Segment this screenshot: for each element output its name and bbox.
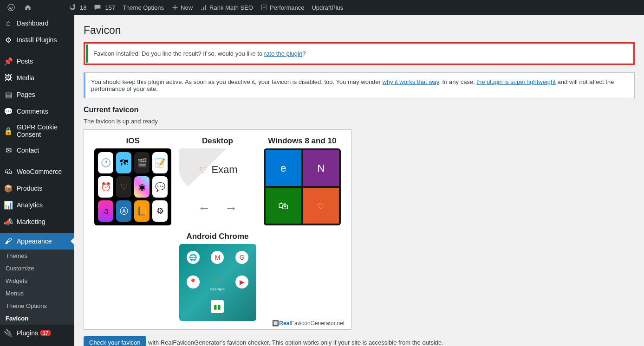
- sidebar-item-install-plugins[interactable]: ⚙Install Plugins: [0, 32, 74, 48]
- appearance-submenu: Themes Customize Widgets Menus Theme Opt…: [0, 250, 74, 325]
- preview-android: Android Chrome 🌐MG 📍Example▶ ▮▮: [176, 232, 260, 327]
- sidebar-item-woocommerce[interactable]: 🛍WooCommerce: [0, 163, 74, 180]
- updraft-link[interactable]: UpdraftPlus: [308, 0, 347, 15]
- box-icon: 📦: [4, 184, 13, 193]
- wp-logo[interactable]: [4, 0, 20, 15]
- rankmath-link[interactable]: Rank Math SEO: [196, 0, 257, 15]
- comment-icon: [94, 4, 101, 11]
- check-favicon-button[interactable]: Check your favicon: [84, 336, 146, 346]
- favicon-preview: iOS 🕐🗺🎬📝 ⏰◉💬 ♫Ⓐ📙⚙ Desktop Exam ←→ Window…: [84, 129, 351, 330]
- adminbar: 18 157 Theme Options New Rank Math SEO P…: [0, 0, 644, 15]
- gauge-icon: [260, 4, 268, 11]
- arrow-right-icon: →: [224, 201, 237, 216]
- sidebar-item-appearance[interactable]: 🖌Appearance: [0, 233, 74, 250]
- home-link[interactable]: [20, 0, 37, 15]
- home-icon: [24, 4, 32, 11]
- sidebar-item-mythemeshop[interactable]: ◐MyThemeShop: [0, 341, 74, 346]
- sidebar-item-products[interactable]: 📦Products: [0, 180, 74, 197]
- plus-icon: [171, 4, 179, 11]
- sidebar-item-analytics[interactable]: 📊Analytics: [0, 197, 74, 213]
- media-icon: 🖼: [4, 73, 13, 83]
- android-mockup: 🌐MG 📍Example▶ ▮▮: [179, 244, 256, 321]
- sidebar-item-dashboard[interactable]: ⌂Dashboard: [0, 15, 74, 32]
- windows-mockup: e N 🛍: [264, 148, 341, 225]
- performance-link[interactable]: Performance: [257, 0, 308, 15]
- check-section: Check your favicon with RealFaviconGener…: [84, 330, 635, 346]
- refresh-icon: [69, 4, 76, 11]
- chart-icon: [200, 4, 208, 11]
- updates-link[interactable]: 18: [65, 0, 90, 15]
- megaphone-icon: 📣: [4, 217, 13, 226]
- sidebar-item-plugins[interactable]: 🔌Plugins17: [0, 325, 74, 341]
- desktop-mockup: Exam ←→: [179, 148, 256, 225]
- sidebar-item-comments[interactable]: 💬Comments: [0, 103, 74, 120]
- preview-ios: iOS 🕐🗺🎬📝 ⏰◉💬 ♫Ⓐ📙⚙: [91, 136, 175, 232]
- submenu-theme-options[interactable]: Theme Options: [0, 300, 74, 312]
- sidebar-item-marketing[interactable]: 📣Marketing: [0, 213, 74, 230]
- preview-desktop: Desktop Exam ←→: [176, 136, 259, 232]
- comments-link[interactable]: 157: [90, 0, 119, 15]
- wordpress-icon: [7, 4, 15, 11]
- preview-windows: Windows 8 and 10 e N 🛍: [260, 136, 344, 232]
- current-favicon-heading: Current favicon: [84, 106, 635, 114]
- page-title: Favicon: [84, 24, 635, 37]
- sidebar-item-media[interactable]: 🖼Media: [0, 70, 74, 86]
- sidebar-item-gdpr[interactable]: 🔒GDPR Cookie Consent: [0, 120, 74, 142]
- gear-icon: ⚙: [4, 35, 13, 45]
- success-highlight: Favicon installed! Do you like the resul…: [84, 42, 635, 65]
- lightweight-link[interactable]: the plugin is super lightweight: [476, 78, 556, 85]
- page-icon: ▤: [4, 90, 13, 99]
- plug-icon: 🔌: [4, 328, 13, 338]
- svg-point-0: [8, 4, 14, 11]
- new-content-link[interactable]: New: [168, 0, 196, 15]
- mail-icon: ✉: [4, 146, 13, 155]
- sidebar-item-pages[interactable]: ▤Pages: [0, 86, 74, 103]
- rfg-branding: 🔲RealFaviconGenerator.net: [272, 320, 345, 327]
- submenu-themes[interactable]: Themes: [0, 250, 74, 262]
- ios-mockup: 🕐🗺🎬📝 ⏰◉💬 ♫Ⓐ📙⚙: [94, 148, 171, 225]
- submenu-widgets[interactable]: Widgets: [0, 275, 74, 287]
- brush-icon: 🖌: [4, 237, 13, 246]
- updates-count: 18: [80, 4, 86, 11]
- comment-icon: 💬: [4, 107, 13, 116]
- submenu-customize[interactable]: Customize: [0, 262, 74, 275]
- woo-icon: 🛍: [4, 167, 13, 176]
- notice-installed: Favicon installed! Do you like the resul…: [86, 45, 632, 63]
- comments-count: 157: [105, 4, 115, 11]
- content-area: Favicon Favicon installed! Do you like t…: [74, 15, 644, 346]
- why-link[interactable]: why it works that way: [383, 78, 439, 85]
- submenu-menus[interactable]: Menus: [0, 287, 74, 300]
- favicon-ready-text: The favicon is up and ready.: [84, 118, 635, 125]
- plugins-badge: 17: [40, 330, 51, 336]
- sidebar-item-contact[interactable]: ✉Contact: [0, 142, 74, 159]
- analytics-icon: 📊: [4, 200, 13, 210]
- lock-icon: 🔒: [4, 126, 13, 135]
- theme-options-link[interactable]: Theme Options: [119, 0, 168, 15]
- submenu-favicon[interactable]: Favicon: [0, 312, 74, 325]
- arrow-left-icon: ←: [197, 201, 210, 216]
- rate-plugin-link[interactable]: rate the plugin: [264, 50, 302, 57]
- dashboard-icon: ⌂: [4, 19, 13, 28]
- sidebar-item-posts[interactable]: 📌Posts: [0, 53, 74, 70]
- pin-icon: 📌: [4, 57, 13, 66]
- admin-sidebar: ⌂Dashboard ⚙Install Plugins 📌Posts 🖼Medi…: [0, 15, 74, 346]
- notice-keep-active: You should keep this plugin active. As s…: [84, 72, 635, 98]
